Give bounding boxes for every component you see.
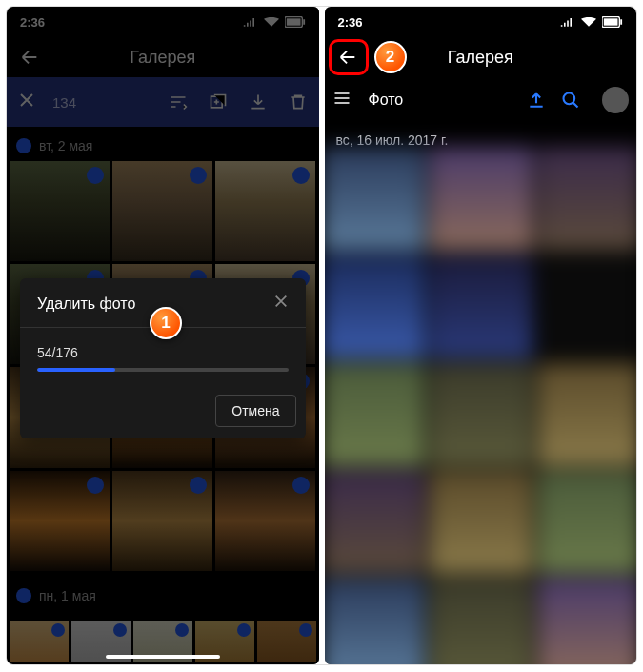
date-label: вс, 16 июл. 2017 г. (336, 132, 449, 148)
tabs-row: Фото (325, 77, 637, 123)
svg-rect-6 (620, 19, 622, 25)
blurred-photo-grid (325, 147, 637, 664)
callout-badge-2: 2 (374, 41, 407, 73)
avatar[interactable] (602, 87, 629, 113)
callout-highlight (329, 39, 369, 75)
battery-icon (602, 16, 623, 28)
cancel-button[interactable]: Отмена (215, 395, 295, 427)
dialog-title: Удалить фото (37, 295, 135, 313)
header: Галерея (325, 37, 637, 77)
page-title: Галерея (448, 48, 513, 68)
signal-icon (560, 16, 575, 28)
progress-bar (37, 368, 289, 372)
hamburger-icon (332, 89, 352, 108)
tab-photos[interactable]: Фото (369, 92, 404, 109)
callout-badge-1: 1 (150, 307, 182, 339)
dialog-close-button[interactable] (273, 294, 289, 314)
status-bar: 2:36 (325, 7, 637, 37)
delete-progress-dialog: Удалить фото 54/176 Отмена (20, 278, 306, 438)
right-phone-screen: 2:36 Галерея Фото (325, 7, 637, 664)
upload-icon (527, 91, 546, 110)
status-time: 2:36 (338, 15, 363, 30)
search-icon (561, 91, 580, 110)
svg-point-7 (564, 93, 575, 105)
upload-button[interactable] (526, 91, 547, 110)
left-phone-screen: 2:36 Галерея 134 (7, 7, 319, 664)
close-icon (273, 294, 289, 309)
progress-fill (37, 368, 115, 372)
menu-button[interactable] (332, 89, 355, 112)
wifi-icon (581, 16, 596, 28)
search-button[interactable] (560, 91, 581, 110)
svg-rect-5 (604, 18, 618, 25)
home-indicator[interactable] (106, 655, 220, 659)
progress-counter: 54/176 (37, 345, 289, 360)
